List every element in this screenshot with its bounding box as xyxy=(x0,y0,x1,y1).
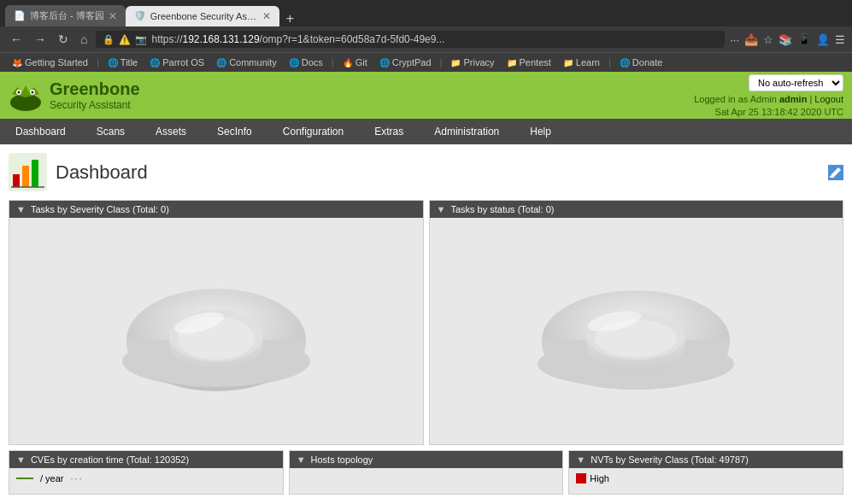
nav-help[interactable]: Help xyxy=(514,119,567,144)
nav-configuration[interactable]: Configuration xyxy=(267,119,359,144)
nvts-high-legend: High xyxy=(576,473,836,483)
cves-legend: / year ··· xyxy=(16,473,276,483)
svg-marker-1 xyxy=(12,85,39,97)
browser-chrome: 📄 博客后台 - 博客园 ✕ 🛡️ Greenbone Security Ass… xyxy=(0,0,852,72)
home-button[interactable]: ⌂ xyxy=(77,31,91,48)
bookmark-donate[interactable]: 🌐 Donate xyxy=(614,56,667,69)
globe-icon-1: 🌐 xyxy=(108,58,118,67)
refresh-select[interactable]: No auto-refresh30 seconds1 minute5 minut… xyxy=(749,74,843,91)
dashboard-title: Dashboard xyxy=(56,161,148,184)
svg-rect-7 xyxy=(13,174,20,187)
nav-extras: ··· 📥 ☆ 📚 📱 👤 ☰ xyxy=(730,33,845,46)
bookmark-getting-started[interactable]: 🦊 Getting Started xyxy=(7,56,93,69)
globe-icon-3: 🌐 xyxy=(216,58,226,67)
new-tab-button[interactable]: + xyxy=(279,11,301,26)
history-button[interactable]: 📚 xyxy=(779,33,792,46)
nav-administration[interactable]: Administration xyxy=(419,119,514,144)
forward-button[interactable]: → xyxy=(31,31,50,48)
nav-assets[interactable]: Assets xyxy=(140,119,202,144)
address-text[interactable]: https://192.168.131.129/omp?r=1&token=60… xyxy=(151,33,718,45)
back-button[interactable]: ← xyxy=(7,31,26,48)
address-path: /omp?r=1&token=60d58a7d-5fd0-49e9... xyxy=(260,33,445,45)
nav-extras[interactable]: Extras xyxy=(359,119,419,144)
bookmark-label: Learn xyxy=(576,57,600,67)
tab-2[interactable]: 🛡️ Greenbone Security Assi... ✕ xyxy=(126,6,279,26)
hosts-title: Hosts topology xyxy=(311,454,373,465)
nav-scans[interactable]: Scans xyxy=(81,119,140,144)
bookmark-docs[interactable]: 🌐 Docs xyxy=(284,56,328,69)
bookmark-cryptpad[interactable]: 🌐 CryptPad xyxy=(374,56,437,69)
cves-dots-icon: ··· xyxy=(71,473,88,483)
extensions-button[interactable]: ··· xyxy=(730,33,739,46)
tasks-status-collapse[interactable]: ▼ xyxy=(437,204,446,214)
menu-button[interactable]: ☰ xyxy=(835,33,845,46)
tasks-status-panel: ▼ Tasks by status (Total: 0) xyxy=(429,200,844,445)
reload-button[interactable]: ↻ xyxy=(55,31,72,48)
tab-1-icon: 📄 xyxy=(14,10,26,22)
nav-secinfo[interactable]: SecInfo xyxy=(202,119,267,144)
bookmark-pentest[interactable]: 📁 Pentest xyxy=(502,56,556,69)
nvts-title: NVTs by Severity Class (Total: 49787) xyxy=(591,454,749,465)
separator-1: | xyxy=(97,57,99,67)
logo-text: Greenbone Security Assistant xyxy=(50,79,140,111)
address-bar[interactable]: 🔒 ⚠️ 📷 https://192.168.131.129/omp?r=1&t… xyxy=(96,31,725,48)
bookmark-privacy[interactable]: 📁 Privacy xyxy=(445,56,499,69)
tasks-severity-chart xyxy=(88,237,344,425)
bottom-charts-row: ▼ CVEs by creation time (Total: 120352) … xyxy=(9,450,843,495)
hosts-topology-panel: ▼ Hosts topology xyxy=(289,450,564,495)
bookmark-label: CryptPad xyxy=(392,57,432,67)
hosts-collapse[interactable]: ▼ xyxy=(297,454,306,465)
tab-1-close[interactable]: ✕ xyxy=(109,10,117,22)
folder-icon-3: 📁 xyxy=(563,58,573,67)
svg-point-4 xyxy=(18,91,21,93)
tab-1[interactable]: 📄 博客后台 - 博客园 ✕ xyxy=(5,5,126,26)
admin-username-link[interactable]: admin xyxy=(779,94,807,104)
logged-in-label: Logged in as xyxy=(694,94,748,104)
svg-rect-12 xyxy=(830,176,834,178)
main-nav: Dashboard Scans Assets SecInfo Configura… xyxy=(0,119,852,144)
dashboard-title-area: Dashboard xyxy=(9,153,148,191)
security-lock-icon: 🔒 xyxy=(103,34,115,45)
bookmark-button[interactable]: ☆ xyxy=(763,33,773,46)
nvts-collapse[interactable]: ▼ xyxy=(576,454,585,465)
app-header: Greenbone Security Assistant No auto-ref… xyxy=(0,72,852,119)
firefox-icon: 🦊 xyxy=(12,58,22,67)
hosts-body xyxy=(290,468,563,494)
greenbone-logo-icon xyxy=(9,79,43,113)
bookmark-label: Community xyxy=(229,57,277,67)
bookmark-git[interactable]: 🔥 Git xyxy=(338,56,373,69)
bookmark-learn[interactable]: 📁 Learn xyxy=(558,56,605,69)
header-right: No auto-refresh30 seconds1 minute5 minut… xyxy=(694,74,843,117)
account-button[interactable]: 👤 xyxy=(816,33,830,46)
cves-chart-panel: ▼ CVEs by creation time (Total: 120352) … xyxy=(9,450,284,495)
folder-icon-2: 📁 xyxy=(507,58,517,67)
bookmark-label: Pentest xyxy=(520,57,551,67)
tasks-severity-collapse[interactable]: ▼ xyxy=(16,204,26,214)
synced-tabs-button[interactable]: 📱 xyxy=(797,33,811,46)
globe-icon-4: 🌐 xyxy=(289,58,299,67)
separator-2: | xyxy=(332,57,334,67)
security-warning-icon: ⚠️ xyxy=(119,34,131,45)
bookmark-label: Privacy xyxy=(463,57,494,67)
tasks-status-title: Tasks by status (Total: 0) xyxy=(450,204,554,214)
logout-link[interactable]: Logout xyxy=(814,94,843,104)
admin-role: Admin xyxy=(750,94,777,104)
cves-collapse[interactable]: ▼ xyxy=(16,454,26,465)
tab-2-close[interactable]: ✕ xyxy=(262,10,271,22)
edit-dashboard-icon[interactable] xyxy=(828,165,843,180)
nvts-body: High xyxy=(569,468,843,494)
datetime-display: Sat Apr 25 13:18:42 2020 UTC xyxy=(715,107,843,117)
bookmark-title[interactable]: 🌐 Title xyxy=(103,56,143,69)
nav-dashboard[interactable]: Dashboard xyxy=(0,119,81,144)
bookmark-label: Getting Started xyxy=(25,57,88,67)
bookmark-parrot[interactable]: 🌐 Parrot OS xyxy=(144,56,209,69)
pocket-button[interactable]: 📥 xyxy=(744,33,758,46)
camera-icon: 📷 xyxy=(135,34,147,45)
nav-bar: ← → ↻ ⌂ 🔒 ⚠️ 📷 https://192.168.131.129/o… xyxy=(0,26,852,52)
login-info: Logged in as Admin admin | Logout xyxy=(694,94,843,104)
tasks-status-header: ▼ Tasks by status (Total: 0) xyxy=(430,201,843,218)
cves-title: CVEs by creation time (Total: 120352) xyxy=(31,454,189,465)
cves-header: ▼ CVEs by creation time (Total: 120352) xyxy=(9,451,283,468)
tasks-severity-header: ▼ Tasks by Severity Class (Total: 0) xyxy=(9,201,423,218)
bookmark-community[interactable]: 🌐 Community xyxy=(211,56,282,69)
